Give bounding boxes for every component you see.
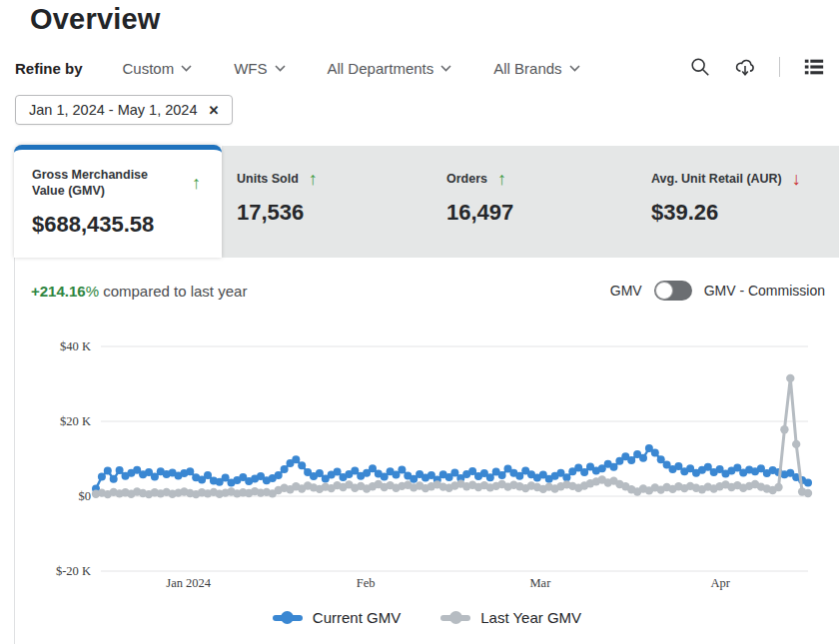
kpi-label: Orders bbox=[446, 171, 487, 187]
comparison-percent-sign: % bbox=[86, 283, 99, 300]
line-dot-marker-icon bbox=[273, 615, 303, 621]
dropdown-brands[interactable]: All Brands bbox=[493, 60, 579, 77]
chart-legend: Current GMV Last Year GMV bbox=[15, 609, 839, 626]
kpi-label: Gross Merchandise Value (GMV) bbox=[32, 167, 182, 200]
toolbar bbox=[689, 56, 825, 78]
chart-panel: +214.16% compared to last year GMV GMV -… bbox=[14, 258, 839, 644]
dropdown-brands-label: All Brands bbox=[493, 60, 561, 77]
tab-orders[interactable]: Orders ↑ 16,497 bbox=[446, 170, 513, 226]
cloud-download-icon[interactable] bbox=[734, 56, 756, 78]
trend-up-icon: ↑ bbox=[192, 174, 201, 192]
toolbar-divider bbox=[779, 57, 780, 77]
date-range-value: Jan 1, 2024 - May 1, 2024 bbox=[29, 102, 197, 118]
kpi-value: $688,435.58 bbox=[32, 212, 208, 238]
comparison-caption: compared to last year bbox=[99, 283, 247, 300]
gmv-commission-toggle[interactable] bbox=[654, 281, 692, 301]
chart-canvas[interactable]: $40 K$20 K$0$-20 KJan 2024FebMarApr bbox=[15, 329, 839, 594]
page-title: Overview bbox=[30, 3, 161, 36]
legend-last-year-gmv[interactable]: Last Year GMV bbox=[440, 609, 581, 626]
tab-gmv-active[interactable]: Gross Merchandise Value (GMV) ↑ $688,435… bbox=[14, 145, 222, 258]
filter-bar: Refine by Custom WFS All Departments All… bbox=[15, 60, 622, 77]
legend-label: Current GMV bbox=[313, 609, 401, 626]
gmv-toggle-row: GMV GMV - Commission bbox=[610, 281, 825, 301]
trend-down-icon: ↓ bbox=[792, 170, 801, 188]
line-dot-marker-icon bbox=[440, 615, 470, 621]
legend-current-gmv[interactable]: Current GMV bbox=[273, 609, 401, 626]
toggle-knob bbox=[655, 282, 673, 300]
svg-text:$40 K: $40 K bbox=[60, 339, 91, 353]
gmv-line-chart[interactable]: $40 K$20 K$0$-20 KJan 2024FebMarApr bbox=[15, 329, 839, 594]
svg-text:$20 K: $20 K bbox=[60, 414, 91, 428]
date-range-chip[interactable]: Jan 1, 2024 - May 1, 2024 ✕ bbox=[15, 95, 233, 125]
svg-text:$-20 K: $-20 K bbox=[56, 564, 91, 578]
kpi-value: 17,536 bbox=[237, 200, 318, 226]
dropdown-wfs-label: WFS bbox=[234, 60, 267, 77]
chevron-down-icon bbox=[275, 65, 286, 72]
dropdown-wfs[interactable]: WFS bbox=[234, 60, 285, 77]
svg-text:Apr: Apr bbox=[711, 576, 731, 590]
refine-by-label: Refine by bbox=[15, 60, 83, 77]
kpi-tab-strip: Units Sold ↑ 17,536 Orders ↑ 16,497 Avg.… bbox=[222, 146, 839, 258]
dropdown-custom-label: Custom bbox=[123, 60, 175, 77]
trend-up-icon: ↑ bbox=[309, 170, 318, 188]
comparison-percent: +214.16 bbox=[31, 283, 86, 300]
kpi-label: Avg. Unit Retail (AUR) bbox=[651, 171, 782, 187]
kpi-label: Units Sold bbox=[237, 171, 299, 187]
dropdown-departments[interactable]: All Departments bbox=[328, 60, 452, 77]
legend-label: Last Year GMV bbox=[480, 609, 581, 626]
chevron-down-icon bbox=[181, 65, 192, 72]
dropdown-departments-label: All Departments bbox=[328, 60, 434, 77]
search-icon[interactable] bbox=[689, 56, 711, 78]
svg-text:Mar: Mar bbox=[529, 576, 551, 590]
tab-avg-unit-retail[interactable]: Avg. Unit Retail (AUR) ↓ $39.26 bbox=[651, 170, 801, 226]
chevron-down-icon bbox=[569, 65, 580, 72]
close-icon[interactable]: ✕ bbox=[208, 103, 219, 118]
overview-dashboard: Overview Refine by Custom WFS All Depart… bbox=[0, 0, 839, 644]
svg-text:Feb: Feb bbox=[357, 576, 376, 590]
toggle-left-label: GMV bbox=[610, 283, 642, 299]
toggle-right-label: GMV - Commission bbox=[704, 283, 825, 299]
chevron-down-icon bbox=[440, 65, 451, 72]
comparison-text: +214.16% compared to last year bbox=[31, 283, 247, 300]
list-view-icon[interactable] bbox=[803, 56, 825, 78]
svg-text:Jan 2024: Jan 2024 bbox=[166, 576, 212, 590]
kpi-value: $39.26 bbox=[651, 200, 801, 226]
svg-text:$0: $0 bbox=[79, 489, 92, 503]
trend-up-icon: ↑ bbox=[497, 170, 506, 188]
tab-units-sold[interactable]: Units Sold ↑ 17,536 bbox=[237, 170, 318, 226]
dropdown-custom[interactable]: Custom bbox=[123, 60, 193, 77]
kpi-value: 16,497 bbox=[446, 200, 513, 226]
